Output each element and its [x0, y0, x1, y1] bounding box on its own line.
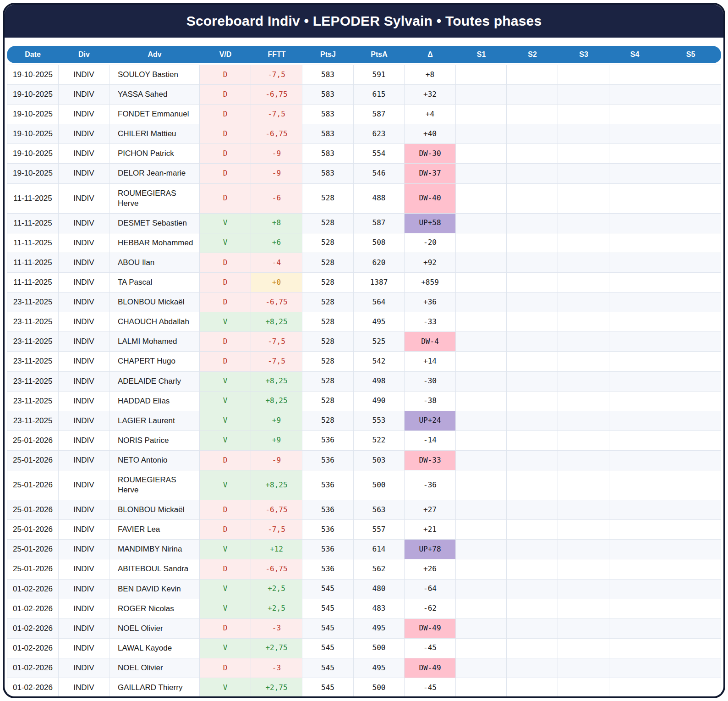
- s5-cell: [660, 293, 721, 312]
- div-cell: INDIV: [59, 253, 109, 273]
- table-row: 01-02-2026INDIVGAILLARD ThierryV+2,75545…: [7, 678, 721, 698]
- column-header-ptsj: PtsJ: [302, 46, 354, 65]
- s1-cell: [456, 253, 507, 273]
- s1-cell: [456, 124, 507, 144]
- s5-cell: [660, 392, 721, 411]
- ptsj-cell: 536: [302, 431, 354, 451]
- div-cell: INDIV: [59, 312, 109, 332]
- s2-cell: [507, 184, 558, 214]
- ptsa-cell: 615: [354, 85, 405, 105]
- s2-cell: [507, 253, 558, 273]
- date-cell: 25-01-2026: [7, 540, 59, 559]
- delta-cell: +4: [405, 105, 456, 124]
- delta-cell: +92: [405, 253, 456, 273]
- div-cell: INDIV: [59, 580, 109, 599]
- vd-cell: D: [200, 293, 251, 312]
- div-cell: INDIV: [59, 392, 109, 411]
- table-row: 11-11-2025INDIVTA PascalD+05281387+859: [7, 273, 721, 293]
- ptsj-cell: 528: [302, 372, 354, 392]
- adv-cell: HEBBAR Mohammed: [109, 233, 200, 253]
- div-cell: INDIV: [59, 520, 109, 540]
- vd-cell: V: [200, 431, 251, 451]
- div-cell: INDIV: [59, 678, 109, 698]
- column-header-vd: V/D: [200, 46, 251, 65]
- vd-cell: D: [200, 65, 251, 85]
- div-cell: INDIV: [59, 184, 109, 214]
- ptsj-cell: 528: [302, 392, 354, 411]
- fftt-cell: +8,25: [251, 372, 302, 392]
- date-cell: 01-02-2026: [7, 639, 59, 658]
- s2-cell: [507, 144, 558, 164]
- adv-cell: TA Pascal: [109, 273, 200, 293]
- s2-cell: [507, 639, 558, 658]
- div-cell: INDIV: [59, 65, 109, 85]
- s3-cell: [558, 312, 609, 332]
- ptsj-cell: 528: [302, 293, 354, 312]
- s2-cell: [507, 392, 558, 411]
- s3-cell: [558, 411, 609, 431]
- delta-cell: +40: [405, 124, 456, 144]
- delta-cell: UP+78: [405, 540, 456, 559]
- table-row: 19-10-2025INDIVCHILERI MattieuD-6,755836…: [7, 124, 721, 144]
- delta-cell: +8: [405, 65, 456, 85]
- s1-cell: [456, 332, 507, 352]
- fftt-cell: -7,5: [251, 332, 302, 352]
- s4-cell: [609, 520, 660, 540]
- s3-cell: [558, 85, 609, 105]
- s1-cell: [456, 411, 507, 431]
- date-cell: 19-10-2025: [7, 164, 59, 183]
- adv-cell: ROUMEGIERAS Herve: [109, 470, 200, 500]
- s3-cell: [558, 233, 609, 253]
- ptsa-cell: 490: [354, 392, 405, 411]
- s3-cell: [558, 520, 609, 540]
- s2-cell: [507, 293, 558, 312]
- div-cell: INDIV: [59, 144, 109, 164]
- ptsa-cell: 500: [354, 470, 405, 500]
- fftt-cell: -6,75: [251, 293, 302, 312]
- s5-cell: [660, 184, 721, 214]
- ptsj-cell: 528: [302, 312, 354, 332]
- s2-cell: [507, 470, 558, 500]
- s3-cell: [558, 253, 609, 273]
- fftt-cell: +8,25: [251, 312, 302, 332]
- s4-cell: [609, 500, 660, 520]
- s1-cell: [456, 500, 507, 520]
- fftt-cell: -6,75: [251, 85, 302, 105]
- table-row: 25-01-2026INDIVBLONBOU MickaëlD-6,755365…: [7, 500, 721, 520]
- vd-cell: D: [200, 85, 251, 105]
- s4-cell: [609, 580, 660, 599]
- date-cell: 11-11-2025: [7, 253, 59, 273]
- ptsa-cell: 498: [354, 372, 405, 392]
- date-cell: 11-11-2025: [7, 273, 59, 293]
- title-bar: Scoreboard Indiv • LEPODER Sylvain • Tou…: [5, 5, 723, 38]
- table-row: 01-02-2026INDIVNOEL OlivierD-3545495DW-4…: [7, 619, 721, 639]
- s2-cell: [507, 411, 558, 431]
- s5-cell: [660, 85, 721, 105]
- s3-cell: [558, 500, 609, 520]
- adv-cell: ROUMEGIERAS Herve: [109, 184, 200, 214]
- s3-cell: [558, 124, 609, 144]
- ptsa-cell: 495: [354, 312, 405, 332]
- s5-cell: [660, 273, 721, 293]
- s3-cell: [558, 658, 609, 678]
- ptsj-cell: 545: [302, 639, 354, 658]
- div-cell: INDIV: [59, 372, 109, 392]
- vd-cell: V: [200, 470, 251, 500]
- header-row: DateDivAdvV/DFFTTPtsJPtsAΔS1S2S3S4S5: [7, 46, 721, 65]
- s2-cell: [507, 124, 558, 144]
- vd-cell: D: [200, 619, 251, 639]
- s1-cell: [456, 540, 507, 559]
- s3-cell: [558, 619, 609, 639]
- s5-cell: [660, 65, 721, 85]
- ptsj-cell: 536: [302, 540, 354, 559]
- table-body: 19-10-2025INDIVSOULOY BastienD-7,5583591…: [7, 65, 721, 698]
- s2-cell: [507, 658, 558, 678]
- s3-cell: [558, 431, 609, 451]
- date-cell: 25-01-2026: [7, 500, 59, 520]
- date-cell: 19-10-2025: [7, 65, 59, 85]
- vd-cell: D: [200, 658, 251, 678]
- table-row: 19-10-2025INDIVPICHON PatrickD-9583554DW…: [7, 144, 721, 164]
- delta-cell: DW-33: [405, 451, 456, 470]
- delta-cell: +27: [405, 500, 456, 520]
- adv-cell: CHILERI Mattieu: [109, 124, 200, 144]
